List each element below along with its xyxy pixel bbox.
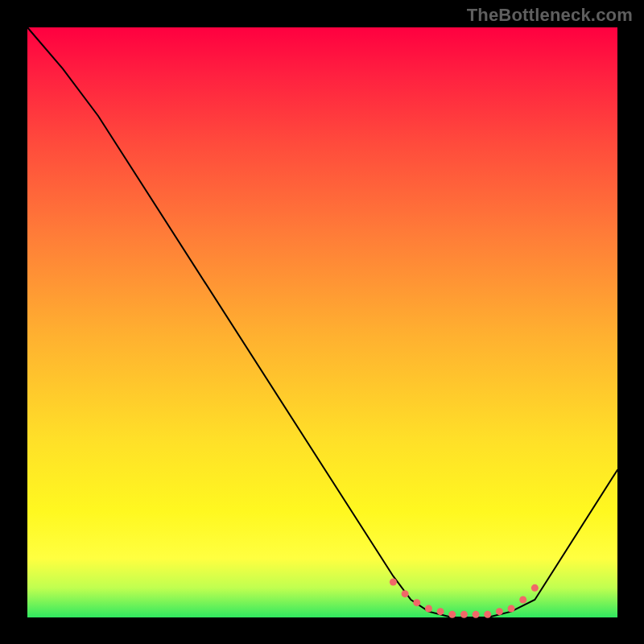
plot-area <box>27 27 617 617</box>
valley-marker <box>425 605 432 613</box>
curve-line <box>27 27 617 617</box>
valley-marker <box>437 608 444 615</box>
valley-marker <box>496 608 503 615</box>
valley-marker <box>460 611 468 618</box>
valley-marker <box>413 599 420 606</box>
chart-svg <box>27 27 617 617</box>
valley-marker <box>508 605 515 613</box>
valley-marker <box>484 611 491 618</box>
valley-marker <box>390 579 397 586</box>
valley-markers <box>390 579 539 618</box>
valley-marker <box>473 611 480 618</box>
valley-marker <box>531 584 539 592</box>
chart-page: TheBottleneck.com <box>0 0 644 644</box>
valley-marker <box>448 611 456 618</box>
valley-marker <box>402 590 409 597</box>
watermark-text: TheBottleneck.com <box>467 5 633 26</box>
valley-marker <box>519 597 526 604</box>
